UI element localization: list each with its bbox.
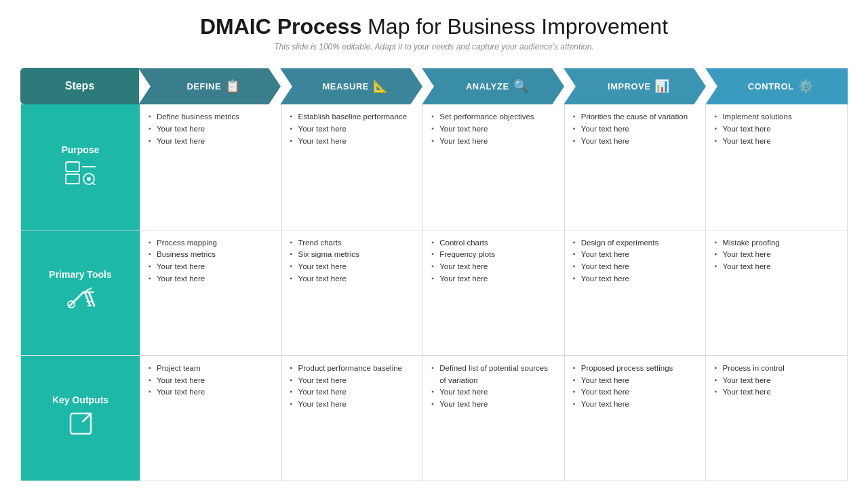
page: DMAIC Process Map for Business Improveme… (0, 0, 868, 488)
key-outputs-title: Key Outputs (52, 394, 108, 405)
improve-label: IMPROVE (608, 81, 650, 92)
list-item: Trend charts (290, 237, 415, 249)
purpose-label: Purpose (21, 104, 140, 229)
primary-tools-title: Primary Tools (49, 269, 111, 280)
list-item: Design of experiments (573, 237, 698, 249)
list-item: Your text here (431, 273, 556, 285)
subtitle: This slide is 100% editable. Adapt it to… (20, 42, 848, 52)
table-wrapper: Steps DEFINE 📋 MEASURE 📐 ANALYZE (20, 68, 848, 481)
list-item: Your text here (714, 249, 839, 261)
outputs-define-cell: Project team Your text here Your text he… (140, 356, 281, 481)
list-item: Process in control (714, 363, 839, 375)
outputs-define-list: Project team Your text here Your text he… (149, 363, 273, 399)
list-item: Define business metrics (149, 111, 273, 123)
key-outputs-label: Key Outputs (21, 356, 140, 481)
purpose-define-cell: Define business metrics Your text here Y… (140, 104, 281, 229)
primary-tools-icon (64, 285, 97, 316)
key-outputs-icon (68, 411, 94, 441)
list-item: Set performance objectives (431, 111, 556, 123)
list-item: Defined list of potential sources of var… (431, 363, 556, 387)
purpose-measure-cell: Establish baseline performance Your text… (281, 104, 423, 229)
svg-rect-1 (66, 174, 79, 184)
tools-control-list: Mistake proofing Your text here Your tex… (714, 237, 839, 273)
list-item: Your text here (714, 386, 839, 399)
list-item: Your text here (290, 375, 415, 387)
list-item: Your text here (290, 273, 415, 285)
measure-label: MEASURE (322, 81, 369, 92)
main-title: DMAIC Process Map for Business Improveme… (20, 14, 848, 39)
tools-improve-list: Design of experiments Your text here You… (573, 237, 698, 285)
svg-line-5 (93, 183, 96, 185)
list-item: Your text here (290, 123, 415, 136)
list-item: Implement solutions (714, 111, 839, 123)
purpose-improve-cell: Priorities the cause of variation Your t… (564, 104, 706, 229)
list-item: Your text here (573, 273, 698, 285)
purpose-control-list: Implement solutions Your text here Your … (714, 111, 839, 147)
list-item: Process mapping (149, 237, 273, 249)
arrow-define-content: DEFINE 📋 (172, 79, 247, 94)
list-item: Your text here (290, 386, 415, 399)
primary-tools-label: Primary Tools (21, 230, 140, 355)
list-item: Your text here (573, 386, 698, 399)
define-label: DEFINE (186, 81, 221, 92)
list-item: Mistake proofing (714, 237, 839, 249)
steps-header: Steps (20, 68, 139, 104)
list-item: Your text here (573, 261, 698, 273)
list-item: Your text here (290, 136, 415, 148)
outputs-analyze-cell: Defined list of potential sources of var… (422, 356, 564, 481)
arrow-control-content: CONTROL ⚙️ (733, 79, 820, 94)
analyze-icon: 🔍 (513, 79, 529, 94)
list-item: Your text here (149, 273, 273, 285)
purpose-row: Purpose Define busine (21, 104, 847, 230)
outputs-measure-list: Product performance baseline Your text h… (290, 363, 415, 411)
data-rows: Purpose Define busine (20, 104, 848, 481)
svg-point-4 (87, 177, 91, 181)
list-item: Establish baseline performance (290, 111, 415, 123)
outputs-improve-list: Proposed process settings Your text here… (573, 363, 698, 411)
list-item: Your text here (714, 261, 839, 273)
list-item: Your text here (149, 136, 273, 148)
purpose-analyze-cell: Set performance objectives Your text her… (422, 104, 564, 229)
list-item: Your text here (714, 136, 839, 148)
list-item: Your text here (149, 386, 273, 399)
list-item: Control charts (431, 237, 556, 249)
arrow-define: DEFINE 📋 (138, 68, 281, 104)
tools-analyze-cell: Control charts Frequency plots Your text… (422, 230, 564, 355)
key-outputs-row: Key Outputs Project team Your text here (21, 356, 847, 481)
tools-analyze-list: Control charts Frequency plots Your text… (431, 237, 556, 285)
define-icon: 📋 (225, 79, 241, 94)
purpose-icon (64, 161, 97, 190)
control-label: CONTROL (748, 81, 794, 92)
purpose-control-cell: Implement solutions Your text here Your … (705, 104, 847, 229)
arrow-measure-content: MEASURE 📐 (307, 79, 395, 94)
measure-icon: 📐 (373, 79, 389, 94)
list-item: Your text here (149, 375, 273, 387)
arrow-analyze: ANALYZE 🔍 (422, 68, 564, 104)
list-item: Project team (149, 363, 273, 375)
arrow-improve-content: IMPROVE 📊 (593, 79, 677, 94)
list-item: Your text here (573, 249, 698, 261)
header-row: Steps DEFINE 📋 MEASURE 📐 ANALYZE (20, 68, 848, 104)
outputs-control-cell: Process in control Your text here Your t… (705, 356, 847, 481)
primary-tools-row: Primary Tools (21, 230, 847, 356)
title-bold: DMAIC Process (200, 14, 361, 39)
improve-icon: 📊 (654, 79, 670, 94)
list-item: Proposed process settings (573, 363, 698, 375)
arrow-analyze-content: ANALYZE 🔍 (451, 79, 535, 94)
purpose-analyze-list: Set performance objectives Your text her… (431, 111, 556, 147)
arrow-control: CONTROL ⚙️ (705, 68, 848, 104)
title-section: DMAIC Process Map for Business Improveme… (20, 14, 848, 52)
list-item: Your text here (431, 136, 556, 148)
list-item: Frequency plots (431, 249, 556, 261)
list-item: Six sigma metrics (290, 249, 415, 261)
tools-measure-cell: Trend charts Six sigma metrics Your text… (281, 230, 423, 355)
tools-improve-cell: Design of experiments Your text here You… (564, 230, 706, 355)
list-item: Your text here (290, 261, 415, 273)
list-item: Your text here (290, 399, 415, 411)
list-item: Priorities the cause of variation (573, 111, 698, 123)
svg-line-6 (70, 292, 83, 306)
arrow-measure: MEASURE 📐 (280, 68, 422, 104)
list-item: Your text here (573, 123, 698, 136)
list-item: Your text here (431, 386, 556, 399)
list-item: Business metrics (149, 249, 273, 261)
